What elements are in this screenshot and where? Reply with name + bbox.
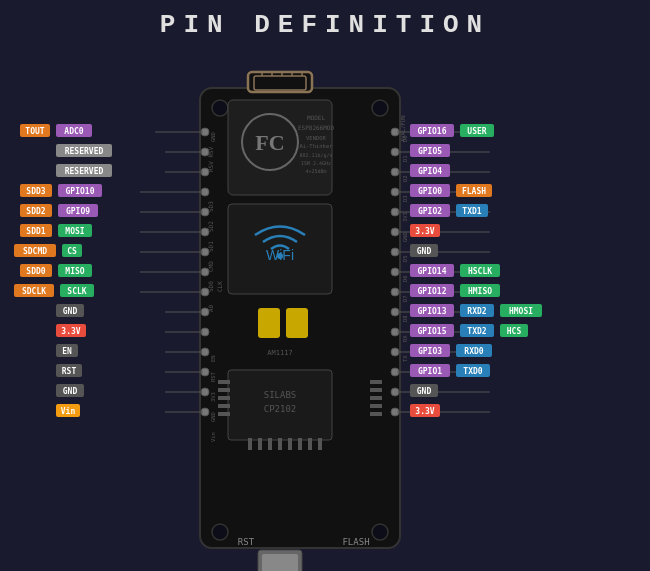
svg-text:SD0: SD0 (207, 281, 214, 292)
svg-text:CS: CS (67, 247, 77, 256)
svg-point-9 (372, 100, 388, 116)
svg-text:GPIO9: GPIO9 (66, 207, 90, 216)
svg-text:SCLK: SCLK (67, 287, 86, 296)
svg-text:Vin: Vin (210, 432, 216, 442)
diagram-area: FC MODEL ESP8266MOD VENDOR Ai-Thinker 80… (0, 40, 650, 570)
svg-text:GPIO5: GPIO5 (418, 147, 442, 156)
svg-text:TXD2: TXD2 (467, 327, 486, 336)
svg-text:3V3: 3V3 (402, 212, 408, 222)
svg-text:SILABS: SILABS (264, 390, 297, 400)
svg-text:HSCLK: HSCLK (468, 267, 492, 276)
svg-point-24 (277, 253, 283, 259)
svg-rect-26 (286, 308, 308, 338)
svg-text:VENDOR: VENDOR (306, 135, 327, 141)
svg-rect-38 (370, 412, 382, 416)
svg-text:GPIO4: GPIO4 (418, 167, 442, 176)
svg-rect-50 (262, 554, 298, 571)
svg-rect-43 (288, 438, 292, 450)
svg-text:D5: D5 (402, 255, 408, 262)
svg-text:D2: D2 (402, 175, 408, 182)
svg-text:GND: GND (402, 232, 408, 242)
svg-rect-44 (298, 438, 302, 450)
svg-text:GND: GND (63, 307, 78, 316)
svg-text:4+25dBm: 4+25dBm (305, 168, 326, 174)
svg-text:802.11b/g/n: 802.11b/g/n (299, 152, 332, 159)
svg-text:D3: D3 (402, 195, 408, 202)
svg-text:ISM 2.4GHz: ISM 2.4GHz (301, 160, 331, 166)
svg-rect-41 (268, 438, 272, 450)
svg-text:MODEL: MODEL (307, 114, 325, 121)
svg-text:TOUT: TOUT (25, 127, 44, 136)
svg-text:FLASH: FLASH (342, 537, 369, 547)
svg-text:AM1117: AM1117 (267, 349, 292, 357)
svg-text:GND: GND (210, 412, 216, 422)
svg-text:3.3V: 3.3V (415, 227, 434, 236)
svg-text:SDCMD: SDCMD (23, 247, 47, 256)
svg-rect-42 (278, 438, 282, 450)
svg-text:CLK: CLK (216, 281, 223, 292)
svg-text:SDCLK: SDCLK (22, 287, 46, 296)
svg-text:GPIO15: GPIO15 (418, 327, 447, 336)
svg-text:GPIO3: GPIO3 (418, 347, 442, 356)
svg-rect-31 (218, 396, 230, 400)
svg-point-8 (212, 100, 228, 116)
svg-text:HMISO: HMISO (468, 287, 492, 296)
page: PIN DEFINITION FC (0, 0, 650, 571)
svg-rect-36 (370, 396, 382, 400)
svg-rect-39 (248, 438, 252, 450)
svg-rect-40 (258, 438, 262, 450)
svg-text:TXD0: TXD0 (463, 367, 482, 376)
svg-rect-45 (308, 438, 312, 450)
svg-text:GPIO0: GPIO0 (418, 187, 442, 196)
svg-text:RESERVED: RESERVED (65, 167, 104, 176)
svg-text:3V3: 3V3 (210, 392, 216, 402)
svg-text:USER: USER (467, 127, 486, 136)
svg-rect-34 (370, 380, 382, 384)
svg-text:MOSI: MOSI (65, 227, 84, 236)
svg-text:FC: FC (255, 130, 284, 155)
svg-rect-25 (258, 308, 280, 338)
svg-text:RST: RST (238, 537, 255, 547)
svg-text:D1: D1 (402, 155, 408, 162)
svg-text:SDD2: SDD2 (26, 207, 45, 216)
svg-point-11 (372, 524, 388, 540)
svg-text:CMD: CMD (207, 261, 214, 272)
svg-text:SD2: SD2 (207, 221, 214, 232)
svg-text:EN: EN (210, 355, 216, 362)
svg-text:RST: RST (210, 371, 216, 382)
svg-text:ESP8266MOD: ESP8266MOD (298, 124, 335, 131)
svg-text:FLASH: FLASH (462, 187, 486, 196)
svg-text:GPIO12: GPIO12 (418, 287, 447, 296)
svg-text:RST: RST (62, 367, 77, 376)
svg-text:GPIO2: GPIO2 (418, 207, 442, 216)
svg-text:MISO: MISO (65, 267, 84, 276)
page-title: PIN DEFINITION (0, 0, 650, 40)
svg-text:SDD0: SDD0 (26, 267, 45, 276)
svg-text:GPIO13: GPIO13 (418, 307, 447, 316)
svg-text:GPIO14: GPIO14 (418, 267, 447, 276)
svg-text:GND: GND (63, 387, 78, 396)
svg-rect-29 (218, 380, 230, 384)
svg-text:RSV RSV: RSV RSV (207, 146, 214, 172)
svg-text:EN: EN (62, 347, 72, 356)
svg-text:TX: TX (402, 355, 408, 362)
svg-text:D8: D8 (402, 315, 408, 322)
svg-text:SDD1: SDD1 (26, 227, 45, 236)
svg-text:GND: GND (210, 132, 216, 142)
svg-text:SD3: SD3 (207, 201, 214, 212)
svg-text:AVAL/FUN: AVAL/FUN (400, 116, 406, 143)
svg-point-10 (212, 524, 228, 540)
svg-text:GND: GND (417, 387, 432, 396)
svg-text:RXD0: RXD0 (464, 347, 483, 356)
svg-text:SD1: SD1 (207, 241, 214, 252)
svg-text:RX: RX (402, 335, 408, 342)
svg-text:D6: D6 (402, 275, 408, 282)
svg-rect-37 (370, 404, 382, 408)
svg-text:CP2102: CP2102 (264, 404, 297, 414)
svg-text:SDD3: SDD3 (26, 187, 45, 196)
svg-text:RXD2: RXD2 (467, 307, 486, 316)
svg-rect-30 (218, 388, 230, 392)
svg-rect-33 (218, 412, 230, 416)
svg-rect-46 (318, 438, 322, 450)
svg-text:GPIO1: GPIO1 (418, 367, 442, 376)
